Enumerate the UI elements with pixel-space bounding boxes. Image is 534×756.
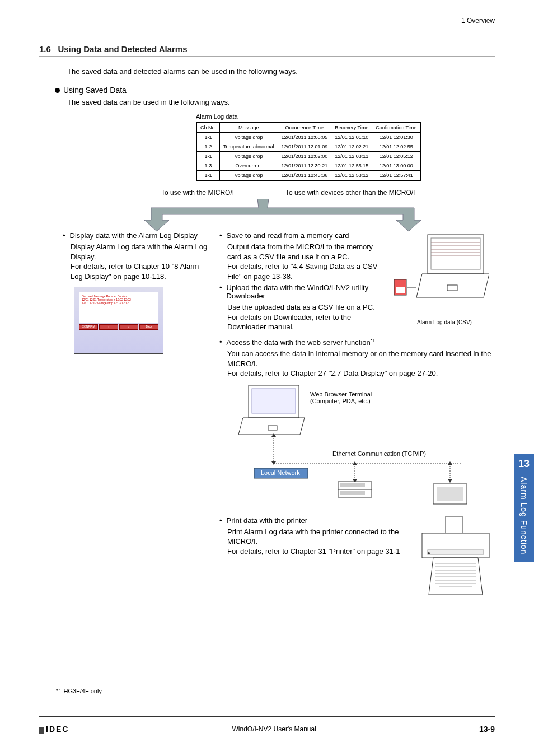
svg-rect-12: [268, 426, 277, 430]
footer-rule: [39, 716, 495, 717]
cell: 1-1: [196, 152, 220, 161]
webserver-title: Access the data with the web server func…: [227, 338, 376, 347]
manual-title: WindO/I-NV2 User's Manual: [232, 725, 316, 733]
memcard-desc: Output data from the MICRO/I to the memo…: [227, 242, 387, 281]
cell: Overcurrent: [220, 161, 278, 171]
mock-btn: ↓: [119, 324, 138, 330]
printer-icon: [416, 516, 495, 600]
printer-title: Print data with the printer: [227, 516, 308, 525]
table-row: 1-2Temperature abnormal12/01/2011 12:01:…: [196, 142, 420, 152]
cell: Temperature abnormal: [220, 142, 278, 152]
th-occ: Occurrence Time: [278, 123, 331, 133]
svg-rect-32: [428, 550, 484, 554]
th-ch: Ch.No.: [196, 123, 220, 133]
subsection-intro: The saved data can be used in the follow…: [67, 98, 495, 106]
th-rec: Recovery Time: [331, 123, 372, 133]
webserver-desc: You can access the data in internal memo…: [227, 349, 495, 379]
mock-btn: ↑: [99, 324, 118, 330]
svg-rect-9: [396, 287, 405, 293]
mock-btn: CONFIRM: [79, 324, 98, 330]
bullet-icon: •: [219, 283, 222, 300]
svg-marker-19: [353, 461, 357, 465]
cell: 1-3: [196, 161, 220, 171]
th-msg: Message: [220, 123, 278, 133]
cell: 12/01 12:55:15: [331, 161, 372, 171]
cell: 12/01 12:02:21: [331, 142, 372, 152]
side-tab-number: 13: [514, 458, 534, 470]
cell: 1-1: [196, 171, 220, 181]
web-terminal-label: Web Browser Terminal (Computer, PDA, etc…: [310, 391, 372, 404]
mock-rows: 12/01 12:01 Temperature a 12:02 12:02 12…: [82, 298, 156, 305]
section-intro: The saved data and detected alarms can b…: [67, 67, 495, 76]
cell: 12/01 12:01:10: [331, 133, 372, 142]
cell: 12/01 12:02:55: [372, 142, 421, 152]
side-tab: 13 Alarm Log Function: [514, 454, 534, 562]
printer-desc: Print Alarm Log data with the printer co…: [227, 527, 405, 557]
brand-logo: IDEC: [39, 725, 69, 734]
webserver-title-text: Access the data with the web server func…: [227, 338, 371, 347]
footnote: *1 HG3F/4F only: [56, 688, 102, 694]
web-diagram: Web Browser Terminal (Computer, PDA, etc…: [237, 385, 495, 508]
page-number: 13-9: [479, 725, 495, 734]
cell: 12/01/2011 12:45:36: [278, 171, 331, 181]
cell: 12/01 12:57:41: [372, 171, 421, 181]
cell: Voltage drop: [220, 152, 278, 161]
svg-marker-22: [448, 461, 452, 465]
footnote-ref: *1: [371, 338, 376, 343]
svg-marker-15: [271, 461, 276, 465]
bullet-icon: •: [219, 516, 222, 525]
table-caption: Alarm Log data: [196, 113, 495, 120]
cell: 1-1: [196, 133, 220, 142]
svg-rect-30: [446, 516, 462, 533]
section-number: 1.6: [39, 44, 51, 54]
arrow-labels: To use with the MICRO/I To use with devi…: [39, 189, 495, 234]
left-item-desc: Display Alarm Log data with the Alarm Lo…: [71, 242, 208, 281]
laptop-csv-icon: [394, 231, 489, 315]
table-row: 1-1Voltage drop12/01/2011 12:45:3612/01 …: [196, 171, 420, 181]
section-title: 1.6 Using Data and Detected Alarms: [39, 44, 495, 57]
cell: 12/01 12:53:12: [331, 171, 372, 181]
table-header-row: Ch.No. Message Occurrence Time Recovery …: [196, 123, 420, 133]
side-tab-text: Alarm Log Function: [519, 477, 528, 554]
arrow-label-left: To use with the MICRO/I: [161, 189, 234, 197]
svg-point-33: [428, 552, 430, 554]
table-row: 1-1Voltage drop12/01/2011 12:02:0012/01 …: [196, 152, 420, 161]
arrow-label-right: To use with devices other than the MICRO…: [285, 189, 415, 197]
svg-rect-27: [340, 491, 365, 495]
bullet-icon: [55, 88, 60, 93]
svg-rect-11: [252, 389, 296, 413]
downloader-desc: Use the uploaded data as a CSV file on a…: [227, 302, 387, 332]
csv-caption: Alarm Log data (CSV): [394, 319, 495, 325]
cell: 12/01 13:00:00: [372, 161, 421, 171]
cell: 1-2: [196, 142, 220, 152]
cell: 12/01/2011 12:01:09: [278, 142, 331, 152]
cell: Voltage drop: [220, 171, 278, 181]
cell: 12/01 12:01:30: [372, 133, 421, 142]
cell: Voltage drop: [220, 133, 278, 142]
downloader-title: Upload the data with the WindO/I-NV2 uti…: [227, 283, 387, 300]
cell: 12/01/2011 12:02:00: [278, 152, 331, 161]
cell: 12/01 12:05:12: [372, 152, 421, 161]
branching-arrow-icon: [140, 199, 431, 232]
section-heading: Using Data and Detected Alarms: [58, 44, 187, 54]
subsection-heading: Using Saved Data: [63, 86, 127, 95]
alarm-display-mock: Occurred Message Recvred Confrmd 12/01 1…: [74, 287, 163, 354]
svg-rect-26: [340, 483, 365, 487]
svg-rect-29: [437, 487, 463, 501]
th-conf: Confirmation Time: [372, 123, 421, 133]
svg-marker-23: [448, 479, 452, 483]
breadcrumb: 1 Overview: [39, 17, 495, 27]
web-local-label: Local Network: [261, 469, 300, 476]
cell: 12/01 12:03:11: [331, 152, 372, 161]
table-row: 1-3Overcurrent12/01/2011 12:30:2112/01 1…: [196, 161, 420, 171]
web-ethernet-label: Ethernet Communication (TCP/IP): [332, 450, 426, 457]
mock-btn: Back: [139, 324, 158, 330]
table-row: 1-1Voltage drop12/01/2011 12:00:0512/01 …: [196, 133, 420, 142]
bullet-icon: •: [219, 338, 222, 347]
alarm-log-table: Ch.No. Message Occurrence Time Recovery …: [196, 122, 421, 181]
cell: 12/01/2011 12:00:05: [278, 133, 331, 142]
cell: 12/01/2011 12:30:21: [278, 161, 331, 171]
svg-rect-7: [447, 285, 457, 291]
